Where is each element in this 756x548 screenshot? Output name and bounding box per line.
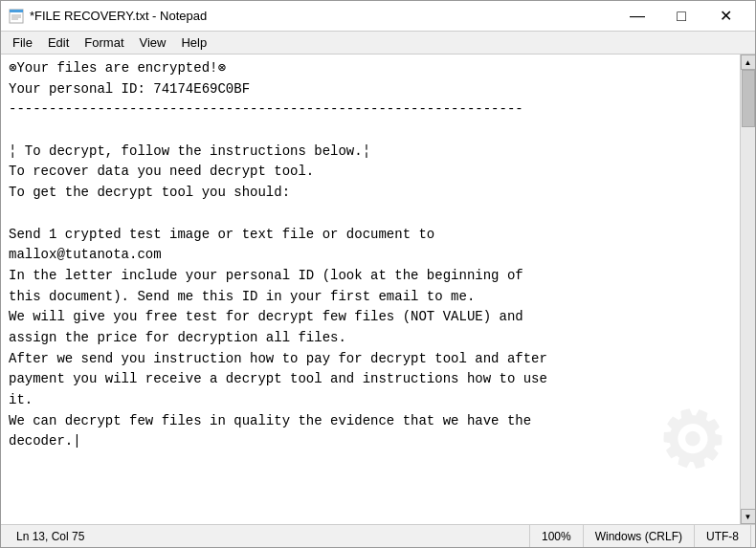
menu-help[interactable]: Help bbox=[173, 33, 214, 52]
status-zoom: 100% bbox=[530, 525, 584, 547]
menu-bar: File Edit Format View Help bbox=[1, 32, 755, 55]
menu-view[interactable]: View bbox=[132, 33, 174, 52]
maximize-button[interactable]: □ bbox=[659, 1, 703, 32]
notepad-window: *FILE RECOVERY.txt - Notepad — □ ✕ File … bbox=[0, 0, 756, 548]
minimize-button[interactable]: — bbox=[615, 1, 659, 32]
zoom-level: 100% bbox=[542, 530, 571, 543]
encoding: UTF-8 bbox=[706, 530, 739, 543]
app-icon bbox=[9, 9, 24, 24]
status-position: Ln 13, Col 75 bbox=[5, 525, 530, 547]
scroll-down-button[interactable]: ▼ bbox=[741, 509, 756, 524]
menu-edit[interactable]: Edit bbox=[40, 33, 77, 52]
cursor-position: Ln 13, Col 75 bbox=[16, 530, 84, 543]
status-bar: Ln 13, Col 75 100% Windows (CRLF) UTF-8 bbox=[1, 524, 755, 547]
status-line-ending: Windows (CRLF) bbox=[584, 525, 695, 547]
window-controls: — □ ✕ bbox=[615, 1, 747, 32]
scroll-track[interactable] bbox=[741, 70, 756, 509]
editor-area: ⊗Your files are encrypted!⊗ Your persona… bbox=[1, 55, 755, 524]
text-editor[interactable]: ⊗Your files are encrypted!⊗ Your persona… bbox=[1, 55, 740, 524]
title-bar: *FILE RECOVERY.txt - Notepad — □ ✕ bbox=[1, 1, 755, 32]
line-ending: Windows (CRLF) bbox=[595, 530, 682, 543]
vertical-scrollbar[interactable]: ▲ ▼ bbox=[740, 55, 755, 524]
status-encoding: UTF-8 bbox=[695, 525, 751, 547]
scroll-up-button[interactable]: ▲ bbox=[741, 55, 756, 70]
close-button[interactable]: ✕ bbox=[703, 1, 747, 32]
menu-format[interactable]: Format bbox=[77, 33, 131, 52]
svg-rect-1 bbox=[10, 10, 23, 12]
scroll-thumb[interactable] bbox=[742, 70, 755, 127]
window-title: *FILE RECOVERY.txt - Notepad bbox=[30, 9, 615, 23]
menu-file[interactable]: File bbox=[5, 33, 40, 52]
